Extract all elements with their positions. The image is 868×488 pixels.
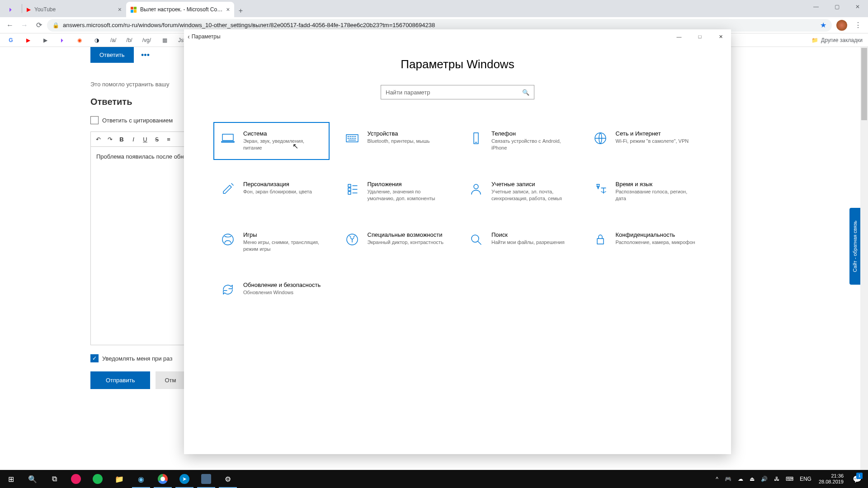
settings-category-network[interactable]: Сеть и ИнтернетWi-Fi, режим "в самолете"… — [586, 122, 702, 160]
bookmark-item[interactable]: /b/ — [124, 37, 134, 43]
settings-category-search[interactable]: ПоискНайти мои файлы, разрешения — [462, 223, 578, 261]
reload-button[interactable]: ⟳ — [33, 19, 45, 32]
chrome-menu-button[interactable]: ⋮ — [852, 21, 864, 29]
bookmark-item[interactable]: ◑ — [91, 37, 102, 44]
taskbar-app-steam[interactable]: ◉ — [130, 470, 152, 488]
italic-button[interactable]: I — [128, 134, 139, 145]
category-description: Меню игры, снимки, трансляция, режим игр… — [243, 239, 323, 253]
tray-chevron-icon[interactable]: ^ — [713, 476, 721, 482]
minimize-button[interactable]: — — [806, 0, 826, 14]
notify-checkbox[interactable]: ✓ — [90, 354, 99, 362]
settings-category-privacy[interactable]: КонфиденциальностьРасположение, камера, … — [586, 223, 702, 261]
bookmark-icon: ▶ — [42, 37, 49, 44]
tab-youtube[interactable]: ▶ YouTube × — [22, 2, 126, 17]
ease-icon — [344, 231, 360, 248]
microsoft-icon — [131, 7, 137, 13]
reply-button[interactable]: Ответить — [90, 47, 134, 63]
close-icon[interactable]: × — [226, 6, 230, 13]
settings-category-ease[interactable]: Специальные возможностиЭкранный диктор, … — [338, 223, 454, 261]
folder-icon: 📁 — [811, 37, 818, 43]
bookmark-item[interactable]: ⏵ — [57, 37, 68, 44]
settings-category-devices[interactable]: УстройстваBluetooth, принтеры, мышь — [338, 122, 454, 160]
scrollbar-thumb[interactable] — [861, 48, 867, 120]
feedback-tab[interactable]: Сайт - обратная связь — [849, 208, 860, 285]
category-title: Игры — [243, 231, 323, 238]
settings-category-personalization[interactable]: ПерсонализацияФон, экран блокировки, цве… — [213, 173, 330, 211]
strike-button[interactable]: S̶ — [151, 134, 162, 145]
taskbar-app-spotify[interactable] — [87, 470, 108, 488]
bookmark-item[interactable]: ▶ — [23, 37, 33, 44]
bookmark-item[interactable]: ▦ — [159, 37, 170, 44]
bookmark-star-icon[interactable]: ★ — [820, 21, 826, 29]
category-description: Экранный диктор, контрастность — [368, 239, 443, 246]
underline-button[interactable]: U — [140, 134, 151, 145]
notification-badge: 1 — [856, 473, 863, 479]
cancel-button[interactable]: Отм — [156, 371, 185, 389]
action-center-button[interactable]: 💬1 — [848, 470, 866, 488]
category-title: Время и язык — [616, 181, 696, 188]
profile-avatar[interactable] — [836, 20, 847, 31]
task-view-button[interactable]: ⧉ — [43, 470, 65, 488]
brush-icon — [220, 181, 236, 197]
settings-category-update[interactable]: Обновление и безопасностьОбновления Wind… — [213, 273, 330, 306]
redo-button[interactable]: ↷ — [104, 134, 115, 145]
bookmark-item[interactable]: /a/ — [108, 37, 118, 43]
settings-maximize-button[interactable]: □ — [689, 29, 710, 44]
bookmark-label: /b/ — [126, 37, 132, 43]
bookmark-item[interactable]: G — [5, 37, 16, 44]
bookmark-icon: ◉ — [76, 37, 83, 44]
more-actions-button[interactable]: ••• — [136, 47, 155, 64]
bookmark-item[interactable]: ▶ — [40, 37, 51, 44]
tray-usb-icon[interactable]: ⏏ — [747, 476, 757, 482]
settings-category-gaming[interactable]: ИгрыМеню игры, снимки, трансляция, режим… — [213, 223, 330, 261]
back-button[interactable]: ← — [4, 19, 16, 32]
tray-volume-icon[interactable]: 🔊 — [758, 476, 770, 482]
tray-sync-icon[interactable]: ☁ — [735, 476, 746, 482]
taskbar-app-chrome[interactable] — [152, 470, 174, 488]
taskbar-app-telegram[interactable]: ➤ — [174, 470, 195, 488]
settings-search-input[interactable]: Найти параметр 🔍 — [381, 85, 534, 99]
tab-microsoft-answers[interactable]: Вылет настроек. - Microsoft Co… × — [126, 2, 234, 17]
bookmark-icon: ▶ — [24, 37, 32, 44]
settings-back-icon[interactable]: ‹ — [188, 33, 190, 40]
taskbar-app-settings[interactable]: ⚙ — [217, 470, 239, 488]
new-tab-button[interactable]: + — [234, 5, 247, 17]
bookmark-icon: G — [7, 37, 14, 44]
search-icon — [468, 231, 484, 248]
bookmark-item[interactable]: /vg/ — [141, 37, 153, 43]
other-bookmarks-button[interactable]: Другие закладки — [821, 37, 863, 43]
search-placeholder: Найти параметр — [386, 89, 430, 96]
bookmark-item[interactable]: ◉ — [74, 37, 85, 44]
tray-keyboard-icon[interactable]: ⌨ — [783, 476, 796, 482]
category-title: Обновление и безопасность — [243, 282, 321, 288]
search-button[interactable]: 🔍 — [22, 470, 43, 488]
close-icon[interactable]: × — [118, 6, 122, 13]
settings-category-time[interactable]: Время и языкРаспознавание голоса, регион… — [586, 173, 702, 211]
tray-network-icon[interactable]: 🖧 — [771, 476, 782, 482]
tray-language[interactable]: ENG — [797, 476, 814, 482]
start-button[interactable]: ⊞ — [0, 470, 22, 488]
close-button[interactable]: ✕ — [847, 0, 868, 14]
undo-button[interactable]: ↶ — [93, 134, 104, 145]
align-button[interactable]: ≡ — [163, 134, 174, 145]
settings-category-system[interactable]: СистемаЭкран, звук, уведомления, питание — [213, 122, 330, 160]
page-scrollbar[interactable] — [860, 47, 868, 470]
maximize-button[interactable]: ▢ — [826, 0, 847, 14]
taskbar-clock[interactable]: 21:36 28.08.2019 — [815, 473, 847, 485]
settings-category-accounts[interactable]: Учетные записиУчетные записи, эл. почта,… — [462, 173, 578, 211]
taskbar-app-pinned[interactable] — [65, 470, 87, 488]
bold-button[interactable]: B — [116, 134, 127, 145]
settings-category-phone[interactable]: ТелефонСвязать устройство с Android, iPh… — [462, 122, 578, 160]
taskbar-app-unknown[interactable] — [195, 470, 217, 488]
submit-button[interactable]: Отправить — [90, 371, 150, 389]
quote-checkbox[interactable] — [90, 116, 99, 124]
forward-button[interactable]: → — [18, 19, 31, 32]
settings-category-apps[interactable]: ПриложенияУдаление, значения по умолчани… — [338, 173, 454, 211]
tab-twitch[interactable]: ⏵ — [4, 2, 22, 17]
settings-close-button[interactable]: ✕ — [710, 29, 731, 44]
tray-discord-icon[interactable]: 🎮 — [722, 476, 734, 482]
settings-minimize-button[interactable]: — — [669, 29, 689, 44]
category-title: Приложения — [368, 181, 448, 188]
taskbar-app-explorer[interactable]: 📁 — [108, 470, 130, 488]
settings-titlebar: ‹ Параметры — □ ✕ — [184, 29, 731, 44]
